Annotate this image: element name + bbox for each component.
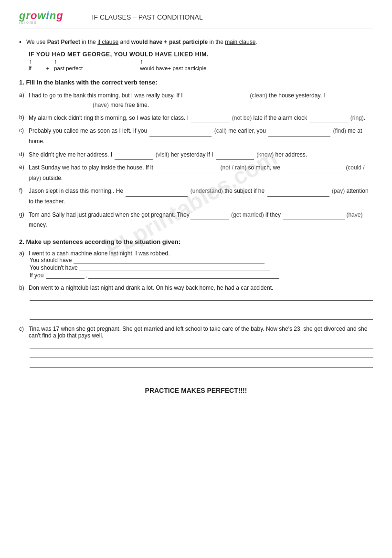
- logo-w: w: [37, 10, 46, 21]
- s2c-line2[interactable]: [30, 350, 373, 358]
- s2a-row: a) I went to a cash machine alone last n…: [19, 250, 373, 257]
- blank-c1[interactable]: [149, 130, 212, 137]
- blank-b2[interactable]: [310, 116, 348, 123]
- plus-sign: [46, 58, 48, 65]
- arrow-past-perfect: ↑ past perfect: [54, 58, 83, 71]
- rule-bullet: • We use Past Perfect in the if clause a…: [19, 38, 373, 46]
- blank-e2[interactable]: [283, 167, 345, 173]
- s2a-blank3b[interactable]: [88, 272, 279, 279]
- section2-item-b: b) Don went to a nightclub last night an…: [19, 284, 373, 320]
- section1-title: 1. Fill in the blanks with the correct v…: [19, 79, 373, 86]
- exercise-item-f: f) Jason slept in class this morning.. H…: [19, 186, 373, 207]
- item-text-g: Tom and Sally had just graduated when sh…: [29, 210, 373, 231]
- arrow-plus: +: [46, 58, 50, 71]
- exercise-item-d: d) She didn't give me her address. I (vi…: [19, 150, 373, 160]
- s2-label-c: c): [19, 326, 29, 332]
- logo: growing idioms: [19, 10, 64, 25]
- label-g: g): [19, 210, 29, 219]
- blank-c2[interactable]: [268, 130, 330, 137]
- exercise-item-b: b) My alarm clock didn't ring this morni…: [19, 113, 373, 124]
- exercise-item-a: a) I had to go to the bank this morning,…: [19, 91, 373, 110]
- logo-n: n: [50, 10, 56, 21]
- s2c-row: c) Tina was 17 when she got pregnant. Sh…: [19, 326, 373, 339]
- s2a-lines: You should have You shouldn't have If yo…: [30, 257, 373, 279]
- blank-a1[interactable]: [185, 94, 247, 100]
- arrow-if: ↑ if: [29, 58, 32, 71]
- arrow-up-1: ↑: [29, 58, 32, 65]
- s2-label-a: a): [19, 250, 29, 257]
- blank-d2[interactable]: [216, 153, 254, 160]
- blank-e1[interactable]: [156, 167, 218, 173]
- label-d: d): [19, 150, 29, 159]
- section1: 1. Fill in the blanks with the correct v…: [19, 79, 373, 231]
- s2c-lines: [30, 341, 373, 368]
- bullet-icon: •: [19, 38, 21, 46]
- s2b-line2[interactable]: [30, 303, 373, 310]
- s2b-line1[interactable]: [30, 293, 373, 301]
- section2-title: 2. Make up sentences according to the si…: [19, 238, 373, 245]
- arrow-label-if: if: [29, 65, 32, 71]
- footer: PRACTICE MAKES PERFECT!!!!: [19, 382, 373, 394]
- plus-label: +: [46, 65, 50, 71]
- section2: 2. Make up sentences according to the si…: [19, 238, 373, 368]
- s2-label-b: b): [19, 284, 29, 291]
- arrow-up-2: ↑: [54, 58, 57, 65]
- s2b-situation: Don went to a nightclub last night and d…: [29, 284, 273, 291]
- item-text-f: Jason slept in class this morning.. He (…: [29, 186, 373, 207]
- item-text-a: I had to go to the bank this morning, bu…: [29, 91, 373, 110]
- label-e: e): [19, 163, 29, 172]
- arrow-label-wh: would have+ past participle: [140, 65, 206, 71]
- arrow-label-pp: past perfect: [54, 65, 83, 71]
- blank-f2[interactable]: [267, 190, 329, 197]
- example-sentence: IF YOU HAD MET GEORGE, YOU WOULD HAVE LI…: [29, 51, 373, 58]
- exercise-item-g: g) Tom and Sally had just graduated when…: [19, 210, 373, 231]
- example-block: IF YOU HAD MET GEORGE, YOU WOULD HAVE LI…: [29, 51, 373, 71]
- item-text-e: Last Sunday we had to play inside the ho…: [29, 163, 373, 183]
- arrow-up-3: ↑: [140, 58, 143, 65]
- exercise-item-e: e) Last Sunday we had to play inside the…: [19, 163, 373, 183]
- section2-item-a: a) I went to a cash machine alone last n…: [19, 250, 373, 279]
- page-title: IF CLAUSES – PAST CONDITIONAL: [92, 13, 203, 21]
- item-text-b: My alarm clock didn't ring this morning,…: [29, 113, 373, 124]
- item-text-c: Probably you called me as soon as I left…: [29, 126, 373, 147]
- s2c-line3[interactable]: [30, 360, 373, 368]
- page-header: growing idioms IF CLAUSES – PAST CONDITI…: [19, 10, 373, 29]
- blank-a2[interactable]: [30, 104, 92, 110]
- main-content: ELprintables.com • We use Past Perfect i…: [19, 38, 373, 394]
- s2b-line3[interactable]: [30, 312, 373, 320]
- blank-b1[interactable]: [191, 116, 229, 123]
- rule-text: We use Past Perfect in the if clause and…: [26, 38, 257, 46]
- arrow-would-have: ↑ would have+ past participle: [140, 58, 206, 71]
- s2a-blank2[interactable]: [79, 264, 270, 271]
- s2c-situation: Tina was 17 when she got pregnant. She g…: [29, 326, 373, 339]
- s2a-line1: You should have: [30, 257, 373, 263]
- logo-subtitle: idioms: [19, 20, 37, 25]
- blank-d1[interactable]: [115, 153, 153, 160]
- s2a-blank3a[interactable]: [46, 272, 85, 279]
- intro-box: • We use Past Perfect in the if clause a…: [19, 38, 373, 71]
- exercise-item-c: c) Probably you called me as soon as I l…: [19, 126, 373, 147]
- s2c-line1[interactable]: [30, 341, 373, 348]
- s2a-situation: I went to a cash machine alone last nigh…: [29, 250, 170, 257]
- arrows-container: ↑ if + ↑ past perfect ↑ would have+ past…: [29, 58, 373, 71]
- label-b: b): [19, 113, 29, 122]
- logo-g: g: [56, 10, 63, 21]
- blank-f1[interactable]: [126, 190, 188, 197]
- s2a-blank1[interactable]: [74, 257, 265, 263]
- logo-i: i: [46, 10, 50, 21]
- blank-g1[interactable]: [191, 213, 229, 220]
- s2a-line3: If you ,: [30, 272, 373, 279]
- label-c: c): [19, 126, 29, 135]
- s2a-line2: You shouldn't have: [30, 264, 373, 271]
- item-text-d: She didn't give me her address. I (visit…: [29, 150, 373, 160]
- s2b-lines: [30, 293, 373, 320]
- label-f: f): [19, 186, 29, 195]
- label-a: a): [19, 91, 29, 100]
- blank-g2[interactable]: [283, 213, 345, 220]
- section2-item-c: c) Tina was 17 when she got pregnant. Sh…: [19, 326, 373, 368]
- s2b-row: b) Don went to a nightclub last night an…: [19, 284, 373, 291]
